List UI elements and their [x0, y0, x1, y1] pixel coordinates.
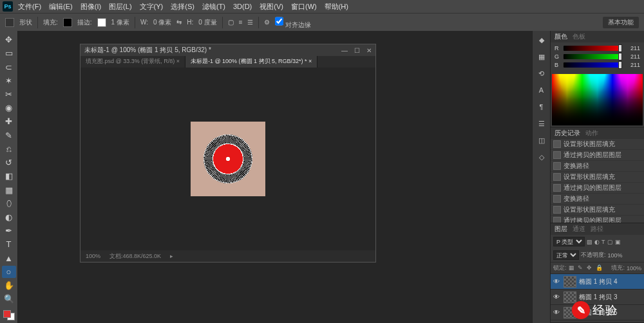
menu-3d[interactable]: 3D(D) [233, 3, 252, 10]
lock-pos-icon[interactable]: ✥ [587, 264, 594, 272]
pen-tool[interactable]: ✒ [2, 225, 16, 237]
g-slider[interactable] [564, 54, 622, 59]
history-item[interactable]: 设置形状图层填充 [551, 172, 644, 183]
channels-tab[interactable]: 通道 [573, 225, 585, 234]
link-icon[interactable]: ⇆ [176, 19, 182, 26]
stamp-tool[interactable]: ⎌ [2, 143, 16, 155]
history-item[interactable]: 通过拷贝的图层图层 [551, 150, 644, 161]
menu-select[interactable]: 选择(S) [171, 2, 194, 12]
history-item[interactable]: 设置形状图层填充 [551, 205, 644, 216]
filter-image-icon[interactable]: ▨ [587, 239, 592, 245]
menu-file[interactable]: 文件(F) [18, 2, 41, 12]
layer-row[interactable]: 👁椭圆 1 拷贝 4 [551, 274, 644, 290]
r-value[interactable]: 211 [625, 45, 640, 51]
eye-icon[interactable]: 👁 [553, 293, 561, 300]
move-tool[interactable]: ✥ [2, 33, 16, 46]
dodge-tool[interactable]: ◐ [2, 211, 16, 223]
paragraph-icon[interactable]: ¶ [535, 100, 548, 113]
filter-adjust-icon[interactable]: ◐ [594, 239, 600, 245]
history-item[interactable]: 设置形状图层填充 [551, 139, 644, 150]
g-value[interactable]: 211 [625, 53, 640, 60]
r-slider[interactable] [564, 46, 622, 51]
eraser-tool[interactable]: ◧ [2, 170, 16, 182]
doc-tab-2[interactable]: 未标题-1 @ 100% (椭圆 1 拷贝 5, RGB/32*) * × [185, 56, 317, 68]
filter-shape-icon[interactable]: ▢ [607, 239, 613, 245]
h-value[interactable]: 0 度量 [198, 18, 216, 27]
menu-filter[interactable]: 滤镜(T) [202, 2, 225, 12]
layers-tab[interactable]: 图层 [554, 225, 567, 234]
eye-icon[interactable]: 👁 [553, 309, 561, 316]
color-tab[interactable]: 颜色 [554, 32, 567, 41]
menu-image[interactable]: 图像(I) [80, 2, 101, 12]
gradient-tool[interactable]: ▦ [2, 183, 16, 196]
history-item[interactable]: 变换路径 [551, 161, 644, 172]
fill-swatch[interactable] [63, 18, 72, 27]
arrange-icon[interactable]: ☰ [247, 19, 253, 26]
pathop-icon[interactable]: ▢ [228, 19, 234, 26]
shape-mode[interactable]: 形状 [19, 18, 32, 27]
layer-filter[interactable]: P 类型 [553, 237, 585, 246]
history-item[interactable]: 通过拷贝的图层图层 [551, 183, 644, 194]
character-icon[interactable]: A [535, 84, 548, 97]
hand-tool[interactable]: ✋ [2, 279, 16, 291]
menu-edit[interactable]: 编辑(E) [49, 2, 73, 12]
history-tab[interactable]: 历史记录 [554, 129, 580, 138]
stroke-swatch[interactable] [97, 18, 106, 27]
zoom-tool[interactable]: 🔍 [2, 293, 16, 305]
fill-value[interactable]: 100% [627, 265, 641, 272]
lock-all-icon[interactable]: 🔒 [596, 264, 603, 272]
paths-icon[interactable]: ◇ [535, 151, 548, 163]
blur-tool[interactable]: ⬯ [2, 198, 16, 210]
canvas[interactable] [80, 68, 375, 250]
maximize-icon[interactable]: ☐ [354, 47, 360, 54]
menu-view[interactable]: 视图(V) [260, 2, 283, 12]
align-icon[interactable]: ≡ [239, 19, 243, 26]
zoom-level[interactable]: 100% [86, 253, 100, 259]
menu-window[interactable]: 窗口(W) [291, 2, 317, 12]
color-spectrum[interactable] [552, 74, 643, 125]
color-swatches[interactable] [3, 310, 15, 320]
paths-tab[interactable]: 路径 [591, 225, 603, 234]
filter-smart-icon[interactable]: ▣ [615, 239, 621, 245]
wand-tool[interactable]: ✶ [2, 75, 16, 87]
filter-type-icon[interactable]: T [601, 239, 605, 245]
history-icon[interactable]: ⟲ [535, 67, 548, 80]
swatches-icon[interactable]: ▦ [535, 50, 548, 63]
eyedropper-tool[interactable]: ◉ [2, 102, 16, 114]
lasso-tool[interactable]: ⊂ [2, 60, 16, 73]
stroke-width[interactable]: 1 像素 [111, 18, 129, 27]
layers-icon[interactable]: ☰ [535, 117, 548, 130]
type-tool[interactable]: T [2, 238, 16, 250]
align-edges[interactable]: 对齐边缘 [275, 15, 311, 30]
history-item[interactable]: 变换路径 [551, 194, 644, 205]
heal-tool[interactable]: ✚ [2, 115, 16, 127]
channels-icon[interactable]: ◫ [535, 134, 548, 147]
workspace-switcher[interactable]: 基本功能 [603, 17, 639, 28]
window-titlebar[interactable]: 未标题-1 @ 100% (椭圆 1 拷贝 5, RGB/32) * — ☐ ✕ [80, 44, 375, 56]
color-icon[interactable]: ◆ [535, 33, 548, 46]
history-brush-tool[interactable]: ↺ [2, 156, 16, 169]
eye-icon[interactable]: 👁 [553, 278, 561, 285]
minimize-icon[interactable]: — [341, 47, 348, 54]
marquee-tool[interactable]: ▭ [2, 47, 16, 59]
crop-tool[interactable]: ✂ [2, 88, 16, 100]
history-item[interactable]: 通过拷贝的图层图层 [551, 216, 644, 223]
tool-preset-icon[interactable] [5, 18, 14, 27]
chevron-right-icon[interactable]: ▸ [170, 253, 173, 259]
opacity-value[interactable]: 100% [608, 252, 623, 259]
blend-mode[interactable]: 正常 [553, 250, 579, 260]
close-icon[interactable]: ✕ [366, 47, 372, 54]
swatch-tab[interactable]: 色板 [573, 32, 585, 41]
b-value[interactable]: 211 [625, 62, 640, 68]
lock-pixel-icon[interactable]: ✎ [578, 264, 585, 272]
brush-tool[interactable]: ✎ [2, 129, 16, 142]
doc-tab-1[interactable]: 填充图.psd @ 33.3% (背景纸, R/8) × [80, 56, 185, 68]
path-select-tool[interactable]: ▲ [2, 252, 16, 264]
menu-help[interactable]: 帮助(H) [325, 2, 348, 12]
menu-layer[interactable]: 图层(L) [109, 2, 131, 12]
actions-tab[interactable]: 动作 [585, 129, 598, 138]
menu-type[interactable]: 文字(Y) [140, 2, 164, 12]
shape-tool[interactable]: ○ [2, 266, 16, 278]
b-slider[interactable] [564, 62, 622, 68]
w-value[interactable]: 0 像素 [153, 18, 171, 27]
